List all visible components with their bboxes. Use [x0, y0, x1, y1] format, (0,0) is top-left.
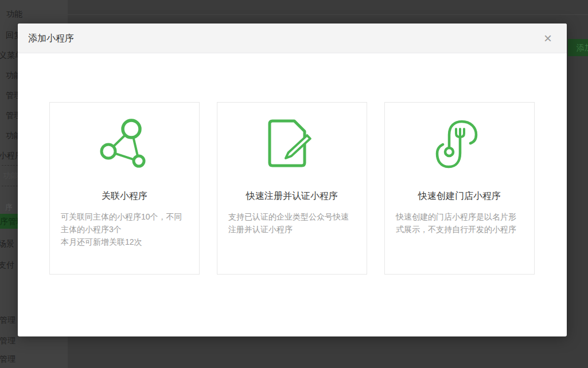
card-desc-line: 可关联同主体的小程序10个，不同主体的小程序3个 — [61, 210, 188, 236]
fork-spoon-icon — [431, 115, 488, 173]
modal-title: 添加小程序 — [28, 24, 74, 53]
sidebar-item[interactable]: 管理 — [0, 352, 15, 366]
document-pencil-icon — [263, 115, 321, 173]
sidebar-item[interactable]: 场景 — [0, 237, 14, 250]
card-desc: 支持已认证的企业类型公众号快速注册并认证小程序 — [217, 210, 367, 236]
card-desc-line: 本月还可新增关联12次 — [61, 236, 188, 248]
add-miniprogram-modal: 添加小程序 × 关联小程序 — [18, 24, 567, 336]
card-desc: 可关联同主体的小程序10个，不同主体的小程序3个 本月还可新增关联12次 — [50, 210, 199, 248]
card-title: 快速注册并认证小程序 — [217, 191, 367, 201]
add-button[interactable]: 添加 — [568, 39, 588, 56]
sidebar-item[interactable]: 功能 — [3, 169, 19, 182]
network-nodes-icon — [96, 115, 153, 173]
card-row: 关联小程序 可关联同主体的小程序10个，不同主体的小程序3个 本月还可新增关联1… — [49, 102, 535, 275]
content-topbar — [68, 0, 588, 15]
sidebar-item[interactable]: 管理 — [0, 313, 15, 327]
card-title: 关联小程序 — [50, 191, 199, 201]
modal-header: 添加小程序 × — [18, 24, 567, 53]
screen: 添加 功能 回复 义菜单 功能 管理 管理 功能 小程序 功能 序 序管理 场景… — [0, 0, 588, 368]
modal-body: 关联小程序 可关联同主体的小程序10个，不同主体的小程序3个 本月还可新增关联1… — [18, 53, 567, 336]
card-desc-line: 支持已认证的企业类型公众号快速注册并认证小程序 — [228, 210, 356, 236]
card-register-certify-miniprogram[interactable]: 快速注册并认证小程序 支持已认证的企业类型公众号快速注册并认证小程序 — [217, 102, 367, 275]
card-title: 快速创建门店小程序 — [385, 191, 534, 201]
sidebar-item[interactable]: 支付 — [0, 258, 14, 272]
card-store-miniprogram[interactable]: 快速创建门店小程序 快速创建的门店小程序是以名片形式展示，不支持自行开发的小程序 — [384, 102, 535, 275]
card-desc: 快速创建的门店小程序是以名片形式展示，不支持自行开发的小程序 — [385, 210, 534, 236]
card-desc-line: 快速创建的门店小程序是以名片形式展示，不支持自行开发的小程序 — [396, 210, 523, 236]
sidebar-item[interactable]: 管理 — [0, 334, 15, 347]
close-icon[interactable]: × — [540, 31, 555, 46]
card-link-miniprogram[interactable]: 关联小程序 可关联同主体的小程序10个，不同主体的小程序3个 本月还可新增关联1… — [49, 102, 200, 275]
sidebar-section-label: 序 — [5, 201, 13, 214]
sidebar-item[interactable]: 功能 — [6, 7, 22, 21]
